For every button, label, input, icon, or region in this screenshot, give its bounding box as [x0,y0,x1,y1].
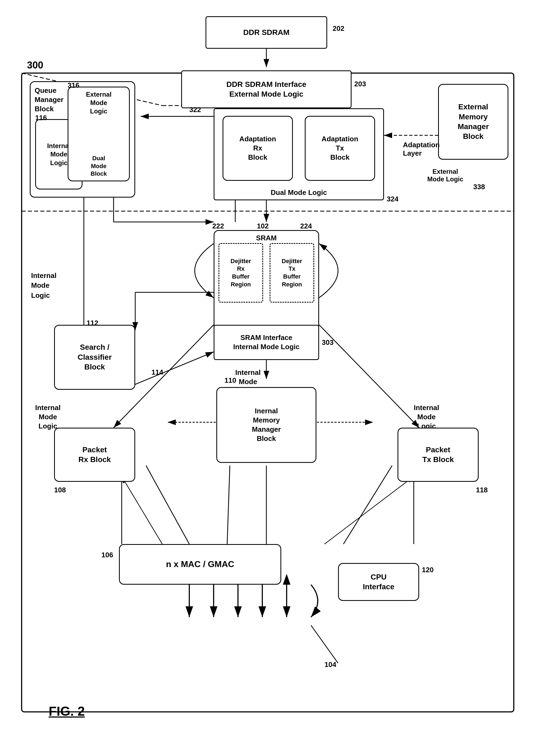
ref-114: 114 [151,368,163,376]
ref-202: 202 [333,24,344,33]
internal-memory-label: InernalMemoryManagerBlock [252,407,281,443]
internal-mode-search-label: InternalModeLogic [31,271,57,300]
packet-tx-box: PacketTx Block [397,428,479,482]
fig-label: FIG. 2 [49,704,85,719]
ref-300: 300 [27,60,43,71]
external-memory-box: External Memory Manager Block [438,84,508,160]
packet-tx-label: PacketTx Block [422,445,454,465]
adaptation-layer-label: Adaptation Layer [403,141,440,157]
sram-interface-label: SRAM InterfaceInternal Mode Logic [233,333,300,352]
internal-mode-left-label: InternalModeLogic [35,403,61,431]
svg-line-37 [324,476,414,544]
internal-memory-box: InernalMemoryManagerBlock [216,387,317,463]
ref-316: 316 [67,81,79,90]
adaptation-rx-box: AdaptationRxBlock [222,116,293,181]
ddr-sdram-box: DDR SDRAM [206,16,327,49]
dejitter-rx-box: DejitterRxBufferRegion [218,243,263,303]
ref-303: 303 [322,338,333,347]
ddr-interface-box: DDR SDRAM Interface External Mode Logic [181,70,351,108]
cpu-interface-box: CPU Interface [338,563,419,601]
ref-112: 112 [87,319,98,327]
ref-102: 102 [257,222,268,230]
dual-mode-box: ExternalModeLogic DualModeBlock [67,87,130,181]
ref-322: 322 [189,106,201,114]
ref-222: 222 [212,222,224,230]
svg-line-24 [146,466,189,544]
cpu-interface-label: CPU Interface [363,572,394,592]
ref-108: 108 [54,486,66,494]
external-mode-label: External Mode Logic [427,168,463,183]
svg-line-38 [311,625,338,663]
svg-line-36 [122,476,162,544]
ref-324: 324 [387,195,398,203]
external-memory-label: External Memory Manager Block [458,102,489,142]
search-classifier-label: Search /ClassifierBlock [78,342,112,372]
ref-110: 110 [224,376,236,385]
adaptation-outer-box: AdaptationRxBlock AdaptationTxBlock Dual… [214,108,384,200]
sram-outer-box: SRAM DejitterRxBufferRegion DejitterTxBu… [214,230,319,336]
mac-gmac-box: n x MAC / GMAC [119,544,281,585]
ref-203: 203 [354,80,366,88]
dejitter-rx-label: DejitterRxBufferRegion [231,257,251,288]
adaptation-tx-box: AdaptationTxBlock [305,116,375,181]
ref-118: 118 [476,486,488,494]
dejitter-tx-label: DejitterTxBufferRegion [282,257,302,288]
ref-120: 120 [422,566,434,574]
diagram: DDR SDRAM 202 300 DDR SDRAM Interface Ex… [0,0,533,756]
packet-rx-box: PacketRx Block [54,428,135,482]
ddr-interface-label: DDR SDRAM Interface External Mode Logic [226,80,306,99]
svg-line-18 [135,352,214,384]
ref-338: 338 [473,183,485,191]
packet-rx-label: PacketRx Block [78,445,111,465]
ref-106: 106 [101,551,113,559]
search-classifier-box: Search /ClassifierBlock [54,325,135,390]
adaptation-tx-label: AdaptationTxBlock [321,135,358,162]
svg-line-35 [319,325,419,428]
mac-gmac-label: n x MAC / GMAC [166,559,234,570]
adaptation-rx-label: AdaptationRxBlock [239,135,276,162]
svg-line-25 [227,466,230,544]
svg-line-27 [343,466,392,544]
sram-interface-box: SRAM InterfaceInternal Mode Logic [214,325,319,360]
ddr-sdram-label: DDR SDRAM [243,28,289,37]
ref-224: 224 [300,222,312,230]
ref-104: 104 [324,661,336,669]
ref-116: 116 [35,114,47,122]
dejitter-tx-box: DejitterTxBufferRegion [269,243,314,303]
internal-mode-qm-label: InternalModeLogic [47,142,71,167]
internal-mode-right-label: InternalModeLogic [414,403,439,431]
